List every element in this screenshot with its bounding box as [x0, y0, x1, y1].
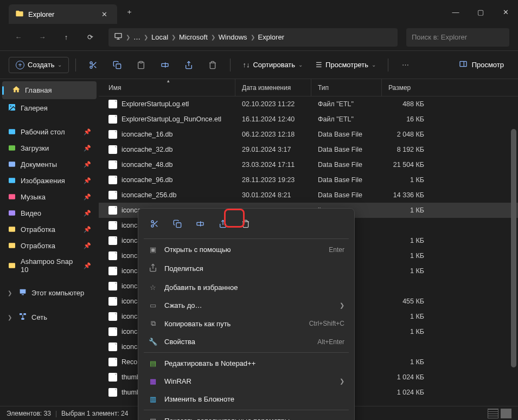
cm-properties[interactable]: 🔧 Свойства Alt+Enter	[140, 333, 352, 351]
breadcrumb[interactable]: ❯ … ❯ Local ❯ Microsoft ❯ Windows ❯ Expl…	[108, 28, 398, 47]
sort-button[interactable]: ↑↓ Сортировать ⌄	[237, 57, 308, 72]
file-name: ExplorerStartupLog.etl	[121, 100, 189, 108]
file-type: Data Base File	[311, 161, 382, 169]
cut-button[interactable]	[82, 55, 104, 75]
minimize-button[interactable]: —	[443, 0, 468, 24]
copy-button[interactable]	[106, 55, 128, 75]
cm-notepad[interactable]: ▥ Изменить в Блокноте	[140, 390, 352, 408]
sidebar-item[interactable]: Музыка 📌	[2, 189, 97, 205]
breadcrumb-item[interactable]: Local	[151, 33, 168, 41]
sidebar-item[interactable]: Документы 📌	[2, 156, 97, 172]
breadcrumb-ellipsis[interactable]: …	[133, 33, 140, 41]
file-row[interactable]: iconcache_32.db 29.01.2024 3:17 Data Bas…	[99, 142, 518, 157]
sidebar-gallery[interactable]: Галерея	[2, 99, 97, 117]
compress-icon: ▭	[148, 301, 158, 309]
sidebar-item[interactable]: Видео 📌	[2, 205, 97, 221]
cm-share[interactable]: Поделиться	[140, 259, 352, 279]
sidebar-item[interactable]: Ashampoo Snap 10 📌	[2, 254, 97, 277]
cm-notepadpp[interactable]: ▤ Редактировать в Notepad++	[140, 354, 352, 372]
cm-rename-button[interactable]	[190, 214, 210, 234]
file-row[interactable]: ExplorerStartupLog_RunOnce.etl 16.11.202…	[99, 112, 518, 127]
column-type[interactable]: Тип	[311, 79, 382, 96]
cm-winrar[interactable]: ▦ WinRAR ❯	[140, 372, 352, 390]
breadcrumb-item[interactable]: Microsoft	[179, 33, 208, 41]
sidebar-item[interactable]: Отработка 📌	[2, 237, 97, 254]
sidebar: Главная Галерея Рабочий стол 📌 Загрузки …	[0, 79, 99, 406]
create-button[interactable]: + Создать ⌄	[9, 57, 69, 73]
column-name[interactable]: ▴ Имя	[99, 79, 235, 96]
doc-icon	[8, 160, 16, 169]
notepad-icon: ▥	[148, 395, 158, 403]
toolbar: + Создать ⌄ ↑↓ Сортировать ⌄ ☰	[0, 51, 518, 79]
column-date[interactable]: Дата изменения	[235, 79, 311, 96]
back-button[interactable]: ←	[9, 28, 28, 47]
sidebar-item[interactable]: Рабочий стол 📌	[2, 124, 97, 140]
more-icon: ▤	[148, 417, 158, 420]
sidebar-home[interactable]: Главная	[2, 81, 97, 99]
column-size[interactable]: Размер	[382, 79, 431, 96]
file-date: 29.01.2024 3:17	[235, 146, 311, 153]
svg-point-16	[10, 106, 11, 107]
file-icon	[108, 327, 117, 336]
tab-close-button[interactable]: ✕	[98, 9, 111, 20]
delete-button[interactable]	[202, 55, 223, 75]
sidebar-computer[interactable]: ❯ Этот компьютер	[2, 284, 97, 302]
cm-cut-button[interactable]	[145, 214, 164, 234]
preview-pane-button[interactable]: Просмотр	[453, 56, 509, 73]
svg-rect-23	[9, 227, 15, 231]
cm-more-options[interactable]: ▤ Показать дополнительные параметры	[140, 412, 352, 420]
share-button[interactable]	[178, 55, 200, 75]
separator	[388, 59, 388, 72]
breadcrumb-item[interactable]: Explorer	[258, 33, 284, 41]
maximize-button[interactable]: ▢	[468, 0, 493, 24]
up-button[interactable]: ↑	[56, 28, 76, 47]
cm-share-button[interactable]	[213, 214, 233, 234]
details-view-button[interactable]	[488, 409, 498, 418]
cm-copy-button[interactable]	[168, 214, 187, 234]
file-row[interactable]: iconcache_48.db 23.03.2024 17:11 Data Ba…	[99, 157, 518, 172]
cm-copy-path[interactable]: ⧉ Копировать как путь Ctrl+Shift+C	[140, 314, 352, 333]
svg-rect-21	[9, 194, 15, 199]
sidebar-item[interactable]: Отработка 📌	[2, 221, 97, 237]
file-date: 30.01.2024 8:21	[235, 191, 311, 199]
file-type: Data Base File	[311, 146, 382, 153]
status-selected: Выбран 1 элемент: 24	[61, 410, 128, 417]
rename-button[interactable]	[154, 55, 176, 75]
more-button[interactable]: ⋯	[395, 55, 417, 75]
file-row[interactable]: ExplorerStartupLog.etl 02.10.2023 11:22 …	[99, 96, 518, 112]
file-row[interactable]: iconcache_96.db 28.11.2023 19:23 Data Ba…	[99, 172, 518, 188]
svg-rect-29	[23, 313, 26, 315]
file-icon	[108, 130, 117, 139]
sidebar-item[interactable]: Загрузки 📌	[2, 140, 97, 156]
cm-delete-button[interactable]	[236, 214, 255, 234]
cm-favorite[interactable]: ☆ Добавить в избранное	[140, 279, 352, 296]
cm-compress[interactable]: ▭ Сжать до… ❯	[140, 296, 352, 314]
new-tab-button[interactable]: ＋	[121, 3, 137, 21]
scrollbar-thumb[interactable]	[511, 129, 516, 367]
thumbnail-view-button[interactable]	[501, 409, 511, 418]
file-date: 02.10.2023 11:22	[235, 100, 311, 108]
file-row[interactable]: iconcache_256.db 30.01.2024 8:21 Data Ba…	[99, 188, 518, 203]
folder-icon	[8, 225, 16, 234]
view-button[interactable]: ☰ Просмотреть ⌄	[310, 57, 381, 72]
sidebar-network[interactable]: ❯ Сеть	[2, 308, 97, 326]
breadcrumb-item[interactable]: Windows	[219, 33, 247, 41]
sidebar-label: Отработка	[21, 242, 55, 250]
window-tab[interactable]: Explorer ✕	[9, 4, 117, 24]
file-row[interactable]: iconcache_16.db 06.12.2023 12:18 Data Ba…	[99, 127, 518, 142]
cm-open-with[interactable]: ▣ Открыть с помощью Enter	[140, 241, 352, 259]
paste-button[interactable]	[130, 55, 152, 75]
forward-button[interactable]: →	[33, 28, 52, 47]
close-button[interactable]: ✕	[493, 0, 518, 24]
folder-icon	[8, 241, 16, 250]
search-input[interactable]: Поиск в: Explorer	[406, 28, 509, 47]
view-icon: ☰	[316, 61, 322, 69]
scrollbar[interactable]	[509, 96, 517, 406]
refresh-button[interactable]: ⟳	[80, 28, 100, 47]
home-icon	[12, 85, 21, 95]
sidebar-item[interactable]: Изображения 📌	[2, 172, 97, 189]
svg-rect-18	[9, 145, 15, 150]
pc-icon	[18, 288, 27, 298]
sidebar-label: Ashampoo Snap 10	[21, 257, 79, 274]
file-icon	[108, 343, 117, 351]
